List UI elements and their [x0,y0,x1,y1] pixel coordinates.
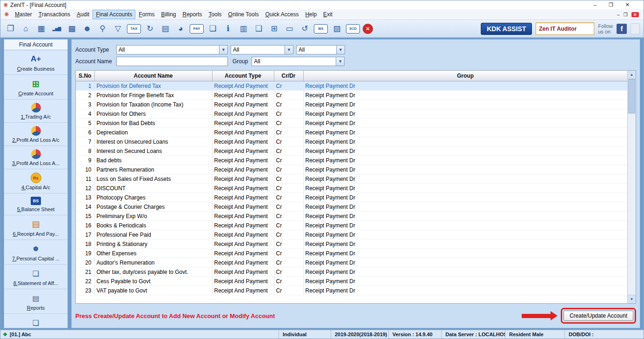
group-select[interactable]: All ▼ [252,57,345,66]
table-row[interactable]: 4Provision for OthersReceipt And Payment… [76,109,628,119]
menu-item-master[interactable]: Master [12,10,35,19]
abacus-icon[interactable]: ▥ [237,22,250,35]
table-row[interactable]: 15Preliminary Exp W/oReceipt And Payment… [76,212,628,221]
bank-icon[interactable]: ▨ [331,22,343,35]
table-row[interactable]: 12DISCOUNTReceipt And PaymentCrReceipt P… [76,184,628,193]
sidebar-item-personal-capital[interactable]: ☻7.Personal Capital ... [4,240,67,265]
refresh-icon[interactable]: ↻ [144,22,156,35]
close-red-icon[interactable]: ✕ [363,24,373,34]
menu-item-transactions[interactable]: Transactions [35,10,73,19]
crdr-filter-select[interactable]: All ▼ [296,45,345,54]
dropdown-arrow-icon[interactable]: ▼ [285,46,293,54]
column-header-account-type[interactable]: Account Type [212,71,274,81]
computer-monitor-icon[interactable]: ▭ [283,22,296,35]
table-row[interactable]: 14Postage & Courier ChargesReceipt And P… [76,202,628,212]
table-row[interactable]: 6DepreciationReceipt And PaymentCrReceip… [76,128,628,137]
table-row[interactable]: 3Provision for Taxation (Income Tax)Rece… [76,100,628,109]
menu-item-audit[interactable]: Audit [73,10,93,19]
table-row[interactable]: 1Provision for Deferred TaxReceipt And P… [76,81,628,91]
export-document-icon[interactable]: ❑ [252,22,265,35]
table-row[interactable]: 23VAT payable to GovtReceipt And Payment… [76,286,628,295]
calendar-icon[interactable]: ⊞ [268,22,280,35]
sidebar-item-trading-ac[interactable]: 1.Trading A/c [4,100,67,123]
maximize-button[interactable]: ❐ [609,2,613,8]
table-row[interactable]: 19Other ExpensesReceipt And PaymentCrRec… [76,249,628,258]
calculator-icon[interactable]: ▤ [159,22,172,35]
menu-item-help[interactable]: Help [302,10,320,19]
dropdown-arrow-icon[interactable]: ▼ [336,57,344,66]
window-restore-icon[interactable]: ❐ [4,22,17,35]
minimize-button[interactable]: – [594,2,597,8]
menu-item-billing[interactable]: Billing [158,10,179,19]
clients-group-icon[interactable]: ☻ [81,22,93,35]
company-master-icon[interactable]: ▦ [35,22,47,35]
column-header-account-name[interactable]: Account Name [94,71,212,81]
mdi-close-button[interactable]: ✕ [631,12,639,17]
sidebar-item-balance-sheet[interactable]: BS5.Balance Sheet [4,193,67,215]
menu-item-exit[interactable]: Exit [320,10,336,19]
table-row[interactable]: 11Loss on Sales of Fixed AssetsReceipt A… [76,174,628,184]
gift-icon[interactable]: ▩ [66,22,78,35]
bar-chart-icon[interactable]: ▂▅▇ [50,22,63,35]
bs-badge-icon[interactable]: BS [314,24,328,33]
table-row[interactable]: 22Cess Payable to GovtReceipt And Paymen… [76,277,628,286]
column-header-cr-dr[interactable]: Cr/Dr [274,71,303,81]
tax-badge-icon[interactable]: TAX [127,24,141,33]
3cd-badge-icon[interactable]: 3CD [346,24,360,33]
account-subtype-select[interactable]: All ▼ [231,45,293,54]
account-type-select[interactable]: All ▼ [116,45,228,54]
cell-account-type: Receipt And Payment [212,277,274,286]
info-icon[interactable]: ℹ [222,22,234,35]
table-row[interactable]: 17Professional Fee PaidReceipt And Payme… [76,230,628,239]
sidebar-item-capital-ac[interactable]: Rs4.Capital A/c [4,169,67,193]
table-row[interactable]: 8Interest on Secured LoansReceipt And Pa… [76,146,628,156]
sidebar-item-statement-of-affairs[interactable]: ❏8.Statement of Aff... [4,265,67,289]
menu-item-quick-access[interactable]: Quick Access [262,10,302,19]
kdk-assist-button[interactable]: KDK ASSIST [481,23,532,35]
filter-icon[interactable]: ▽ [112,22,124,35]
close-button[interactable]: ✕ [625,2,630,8]
dropdown-arrow-icon[interactable]: ▼ [219,46,227,54]
table-row[interactable]: 20Auditor's RemunerationReceipt And Paym… [76,258,628,267]
sidebar-item-create-account[interactable]: ⊞Create Account [4,75,67,100]
facebook-icon[interactable]: f [617,24,627,34]
table-row[interactable]: 13Photocopy ChargesReceipt And PaymentCr… [76,193,628,202]
scroll-down-button[interactable]: ▼ [628,295,636,303]
account-name-input[interactable] [116,57,228,66]
sidebar-item-profit-and-loss-a2[interactable]: 3.Profit And Loss A... [4,146,67,169]
sidebar-item-reports[interactable]: ▤Reports [4,289,67,314]
menu-item-final-accounts[interactable]: Final Accounts [93,10,135,19]
create-update-account-button[interactable]: Create/Update Account [564,311,633,321]
table-row[interactable]: 7Interest on Unsecured LoansReceipt And … [76,137,628,146]
home-icon[interactable]: ⌂ [20,22,32,35]
dropdown-arrow-icon[interactable]: ▼ [336,46,345,54]
social-icon[interactable] [631,23,640,34]
sidebar-item-receipt-and-pay[interactable]: ▤6.Receipt And Pay... [4,215,67,240]
mdi-minimize-button[interactable]: – [617,12,620,17]
vertical-scrollbar[interactable]: ▲ ▼ [627,71,636,303]
sidebar-item-extra[interactable]: ❏ [4,314,67,328]
search-icon[interactable]: ⚲ [96,22,109,35]
table-row[interactable]: 21Other tax, duty/cess payable to Govt.R… [76,267,628,277]
table-row[interactable]: 9Bad debtsReceipt And PaymentCrReceipt P… [76,156,628,165]
import-icon[interactable]: ↺ [299,22,311,35]
table-row[interactable]: 5Provision for Bad DebtsReceipt And Paym… [76,119,628,128]
pie-chart-icon[interactable]: ◕ [174,22,187,35]
sidebar-item-profit-and-loss-ac[interactable]: 2.Profit And Loss A/c [4,123,67,146]
scrollbar-thumb[interactable] [628,79,635,113]
e-pay-icon[interactable]: PAY [190,24,204,33]
table-row[interactable]: 16Books & PeriodicalsReceipt And Payment… [76,221,628,230]
table-row[interactable]: 18Printing & StationaryReceipt And Payme… [76,239,628,249]
scroll-up-button[interactable]: ▲ [628,71,636,79]
menu-item-tools[interactable]: Tools [206,10,225,19]
column-header-group[interactable]: Group [303,71,628,81]
sidebar-item-create-business[interactable]: A+Create Business [4,50,67,75]
column-header-s-no[interactable]: S.No [76,71,94,81]
table-row[interactable]: 10Partners RemunerationReceipt And Payme… [76,165,628,174]
document-icon[interactable]: ❏ [206,22,219,35]
table-row[interactable]: 2Provision for Fringe Benefit TaxReceipt… [76,91,628,100]
menu-item-online-tools[interactable]: Online Tools [225,10,262,19]
mdi-restore-button[interactable]: ❐ [624,12,628,17]
menu-item-forms[interactable]: Forms [135,10,158,19]
menu-item-reports[interactable]: Reports [179,10,206,19]
